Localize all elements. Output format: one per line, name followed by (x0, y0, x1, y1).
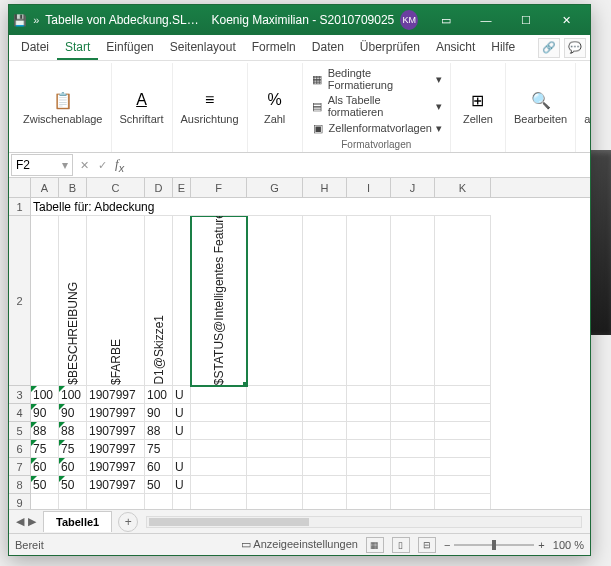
cell[interactable] (347, 422, 391, 440)
tab-überprüfen[interactable]: Überprüfen (352, 36, 428, 60)
maximize-button[interactable]: ☐ (506, 5, 546, 35)
cell[interactable] (173, 494, 191, 509)
cell[interactable] (191, 440, 247, 458)
row-head[interactable]: 8 (9, 476, 31, 494)
cell[interactable] (347, 404, 391, 422)
col-head[interactable]: K (435, 178, 491, 197)
cell[interactable] (391, 440, 435, 458)
edit-button[interactable]: 🔍Bearbeiten (512, 87, 569, 127)
col-head[interactable]: D (145, 178, 173, 197)
tab-hilfe[interactable]: Hilfe (483, 36, 523, 60)
cell[interactable] (31, 494, 59, 509)
cell[interactable]: 50 (59, 476, 87, 494)
cells-button[interactable]: ⊞Zellen (457, 87, 499, 127)
tab-formeln[interactable]: Formeln (244, 36, 304, 60)
cell[interactable] (303, 476, 347, 494)
cell[interactable] (435, 404, 491, 422)
cell[interactable] (435, 386, 491, 404)
page-break-icon[interactable]: ⊟ (418, 537, 436, 553)
row-head[interactable]: 2 (9, 216, 31, 386)
cell[interactable] (87, 494, 145, 509)
cell[interactable]: U (173, 458, 191, 476)
cell[interactable]: 1907997 (87, 440, 145, 458)
cell[interactable]: 60 (31, 458, 59, 476)
tab-daten[interactable]: Daten (304, 36, 352, 60)
cell[interactable]: 88 (59, 422, 87, 440)
avatar[interactable]: KM (400, 10, 418, 30)
col-head[interactable]: B (59, 178, 87, 197)
cell[interactable]: 100 (145, 386, 173, 404)
col-head[interactable]: I (347, 178, 391, 197)
cell[interactable]: 90 (31, 404, 59, 422)
autosave-icon[interactable]: 💾 (13, 12, 27, 28)
cell[interactable] (303, 458, 347, 476)
cell[interactable]: 75 (145, 440, 173, 458)
cell[interactable] (173, 216, 191, 386)
cell[interactable] (31, 216, 59, 386)
row-head[interactable]: 5 (9, 422, 31, 440)
cell[interactable] (247, 216, 303, 386)
analyze-button[interactable]: ⚡Daten analysieren (582, 75, 590, 127)
cell[interactable]: U (173, 404, 191, 422)
cell[interactable] (191, 422, 247, 440)
cell[interactable] (59, 494, 87, 509)
cell[interactable]: 1907997 (87, 422, 145, 440)
cell[interactable]: 75 (59, 440, 87, 458)
cell[interactable] (347, 440, 391, 458)
minimize-button[interactable]: — (466, 5, 506, 35)
ribbon-options-icon[interactable]: ▭ (426, 5, 466, 35)
formula-input[interactable] (128, 154, 590, 176)
chevron-right-icon[interactable]: » (29, 12, 43, 28)
cell[interactable]: U (173, 476, 191, 494)
cell[interactable] (303, 440, 347, 458)
number-button[interactable]: %Zahl (254, 87, 296, 127)
align-button[interactable]: ≡Ausrichtung (179, 87, 241, 127)
cell[interactable] (435, 422, 491, 440)
cell[interactable] (247, 404, 303, 422)
cell[interactable]: 90 (145, 404, 173, 422)
sheet-tab[interactable]: Tabelle1 (43, 511, 112, 532)
cell[interactable] (191, 386, 247, 404)
sheet-nav[interactable]: ◀▶ (9, 515, 43, 528)
cell[interactable] (347, 476, 391, 494)
cell[interactable]: D1@Skizze1 (145, 216, 173, 386)
conditional-format-button[interactable]: ▦Bedingte Formatierung▾ (309, 66, 444, 92)
cell[interactable] (347, 216, 391, 386)
cell[interactable] (191, 404, 247, 422)
cell[interactable]: 1907997 (87, 458, 145, 476)
cell[interactable] (391, 476, 435, 494)
cell[interactable]: 100 (31, 386, 59, 404)
clipboard-button[interactable]: 📋Zwischenablage (21, 87, 105, 127)
cell[interactable] (435, 476, 491, 494)
cell[interactable] (391, 404, 435, 422)
cell[interactable]: 90 (59, 404, 87, 422)
row-head[interactable]: 9 (9, 494, 31, 509)
col-head[interactable]: F (191, 178, 247, 197)
cell[interactable] (247, 440, 303, 458)
cell[interactable] (391, 216, 435, 386)
cell[interactable] (347, 494, 391, 509)
cell[interactable]: 75 (31, 440, 59, 458)
cell[interactable] (391, 494, 435, 509)
cell[interactable]: 1907997 (87, 386, 145, 404)
add-sheet-button[interactable]: + (118, 512, 138, 532)
cell[interactable] (191, 476, 247, 494)
cell[interactable] (435, 458, 491, 476)
cell[interactable] (435, 440, 491, 458)
cell[interactable] (347, 458, 391, 476)
tab-seitenlayout[interactable]: Seitenlayout (162, 36, 244, 60)
row-head[interactable]: 4 (9, 404, 31, 422)
cell[interactable]: U (173, 386, 191, 404)
share-icon[interactable]: 🔗 (538, 38, 560, 58)
spreadsheet-grid[interactable]: ABCDEFGHIJK 12345678910 Tabelle für: Abd… (9, 178, 590, 509)
cell[interactable]: U (173, 422, 191, 440)
normal-view-icon[interactable]: ▦ (366, 537, 384, 553)
cell[interactable] (303, 216, 347, 386)
display-settings[interactable]: ▭ Anzeigeeinstellungen (241, 538, 358, 551)
fx-icon[interactable]: fx (111, 156, 128, 174)
cell[interactable]: 60 (59, 458, 87, 476)
tab-start[interactable]: Start (57, 36, 98, 60)
row-head[interactable]: 7 (9, 458, 31, 476)
page-layout-icon[interactable]: ▯ (392, 537, 410, 553)
cell[interactable] (247, 494, 303, 509)
